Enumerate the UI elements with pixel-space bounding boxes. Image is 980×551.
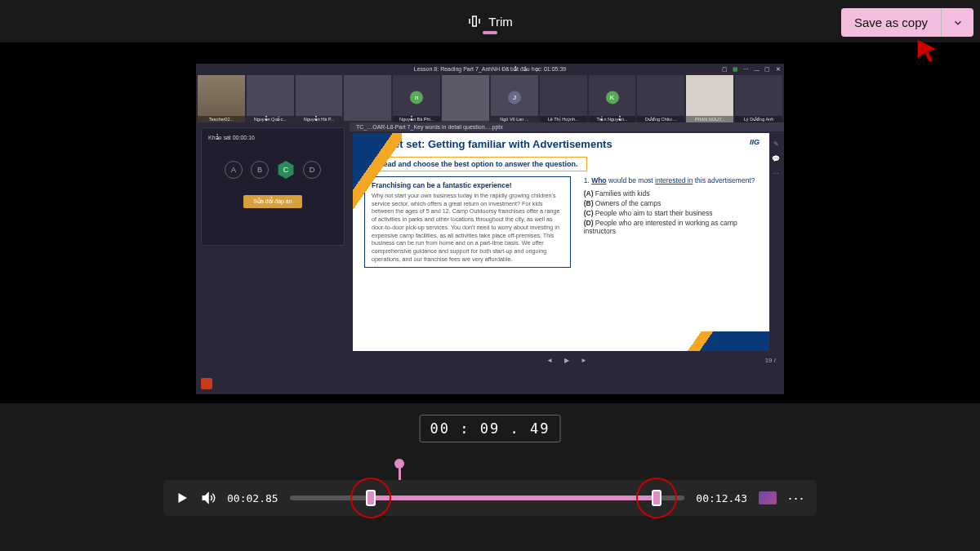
q-suffix: this advertisement? [693,176,755,184]
grid-icon: ▦ [733,67,738,73]
participant-name: Ngô Vũ Lan ... [491,116,538,122]
edit-icon: ✎ [771,139,781,149]
option-d: (D) People who are interested in working… [584,219,758,235]
avatar: J [508,91,521,104]
question-stem: 1. Who would be most interested in this … [584,176,758,184]
slide-filename: TC_…OAR-L8-Part 7_Key words in detail qu… [350,122,784,131]
meeting-header: Lesson 8: Reading Part 7_AnhNH Đã bắt đầ… [196,64,784,75]
slide: IIG Get set: Getting familiar with Adver… [353,133,769,351]
poll-options: ABCD [208,161,337,179]
minimize-icon: — [754,67,760,73]
slide-play-icon[interactable]: ▶ [564,357,569,364]
poll-box: Khảo sát 00:00:16 ABCD Sửa đổi đáp án [201,127,345,246]
end-time: 00:12.43 [696,492,747,504]
poll-option-b[interactable]: B [251,161,269,179]
more-icon: ⋯ [743,67,749,73]
slide-columns: Franchising can be a fantastic experienc… [353,176,769,268]
cursor-pointer-icon [913,38,941,65]
participant-tile[interactable] [442,75,489,122]
slide-next-icon[interactable]: ► [581,357,587,364]
poll-option-a[interactable]: A [225,161,243,179]
participant-tile[interactable]: Nguyễn Quốc... [247,75,294,122]
trim-icon [467,14,482,29]
poll-option-c[interactable]: C [277,161,295,179]
option-b-text: Owners of the camps [595,199,661,207]
participant-name: Lê Thị Huỳnh... [540,116,587,122]
volume-button[interactable] [201,491,216,505]
svg-rect-0 [473,16,477,26]
top-bar: Trim Save as copy [0,0,980,42]
play-icon [175,491,189,505]
option-b: (B) Owners of the camps [584,199,758,207]
participant-tile[interactable]: Teacher02... [198,75,245,122]
participant-tile[interactable]: nNguyễn Bá Phi... [393,75,440,122]
participant-name: Dương Châu ... [637,116,684,122]
slide-corner-graphic [353,133,402,351]
slide-corner-graphic-bottom [671,331,769,351]
video-frame[interactable]: Lesson 8: Reading Part 7_AnhNH Đã bắt đầ… [196,64,784,394]
participant-name: Teacher02... [198,116,245,122]
participant-name: Nguyễn Bá Phi... [393,116,440,122]
close-icon: ✕ [775,67,781,73]
q-mid: would be most [607,176,656,184]
option-d-text: People who are interested in working as … [584,219,737,235]
poll-title: Khảo sát 00:00:16 [208,135,337,141]
slide-logo: IIG [750,138,760,146]
more-options-button[interactable]: ··· [788,490,805,507]
participant-name: Nguyễn Quốc... [247,116,294,122]
meeting-title: Lesson 8: Reading Part 7_AnhNH Đã bắt đầ… [414,66,566,73]
avatar: K [606,91,619,104]
question-box: 1. Who would be most interested in this … [584,176,758,268]
participant-tile[interactable]: PHAN NGUY... [686,75,733,122]
option-c-text: People who aim to start their business [595,209,713,217]
svg-marker-1 [179,493,188,503]
save-as-copy-button[interactable]: Save as copy [841,8,941,37]
meeting-window-controls: ▢ ▦ ⋯ — ▢ ✕ [722,67,781,73]
q-underline-2: interested in [655,176,693,184]
participant-name: Trần Nguyễn... [589,116,636,122]
chevron-down-icon [952,17,964,29]
poll-edit-button[interactable]: Sửa đổi đáp án [243,195,301,208]
trim-range [371,495,657,500]
trim-track[interactable] [290,495,685,500]
play-button[interactable] [175,491,189,505]
q-underline-1: Who [591,176,606,184]
clip-thumbnail[interactable] [759,491,777,504]
timecode-display[interactable]: 00 : 09 . 49 [420,415,561,442]
slide-title: Get set: Getting familiar with Advertise… [353,133,769,153]
volume-icon [201,491,216,505]
trim-end-handle[interactable] [652,490,662,506]
participant-tile[interactable]: Lê Thị Huỳnh... [540,75,587,122]
save-dropdown-button[interactable] [941,8,973,37]
participant-name: Nguyễn Hà P... [296,116,343,122]
slide-prev-icon[interactable]: ◄ [546,357,553,364]
slide-area: TC_…OAR-L8-Part 7_Key words in detail qu… [350,122,784,367]
poll-panel: Khảo sát 00:00:16 ABCD Sửa đổi đáp án [196,122,350,367]
svg-marker-2 [203,493,208,503]
trim-start-handle[interactable] [366,490,376,506]
video-stage: Lesson 8: Reading Part 7_AnhNH Đã bắt đầ… [0,64,980,403]
avatar: n [410,91,423,104]
participant-strip: Teacher02...Nguyễn Quốc...Nguyễn Hà P...… [196,75,784,122]
current-time: 00:02.85 [227,492,278,504]
editor-footer: 00 : 09 . 49 00:02.85 00:12.43 ··· [0,403,980,551]
participant-tile[interactable]: Lý Dương Anh [735,75,782,122]
participant-tile[interactable]: JNgô Vũ Lan ... [491,75,538,122]
option-c: (C) People who aim to start their busine… [584,209,758,217]
option-a-text: Families with kids [595,189,650,198]
participant-name: Lý Dương Anh [735,116,782,122]
mode-label: Trim [488,15,512,29]
poll-option-d[interactable]: D [303,161,321,179]
participant-tile[interactable] [344,75,391,122]
player-bar: 00:02.85 00:12.43 ··· [163,480,817,516]
save-button-group: Save as copy [841,8,973,37]
mode-trim[interactable]: Trim [467,14,512,29]
more-icon: ⋯ [771,168,781,178]
participant-tile[interactable]: Dương Châu ... [637,75,684,122]
mode-underline [483,31,497,34]
chat-icon: 💬 [771,153,781,163]
powerpoint-badge-icon [201,378,212,389]
participant-tile[interactable]: KTrần Nguyễn... [589,75,636,122]
participant-tile[interactable]: Nguyễn Hà P... [296,75,343,122]
slide-controls: ◄ ▶ ► 19 / [350,353,784,367]
